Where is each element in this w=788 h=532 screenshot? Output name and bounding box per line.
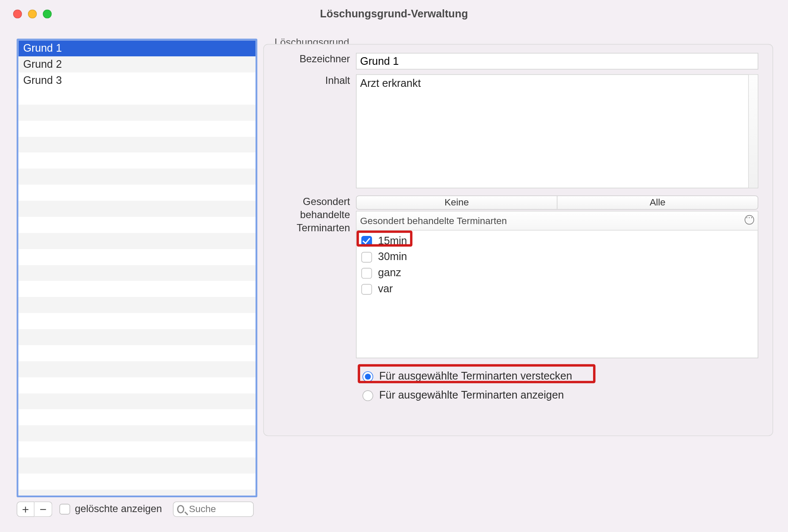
radio-hide-label: Für ausgewählte Terminarten verstecken bbox=[379, 370, 572, 382]
radio-show[interactable] bbox=[363, 390, 373, 401]
terminarten-label: Gesondert behandelte Terminarten bbox=[264, 195, 356, 358]
reasons-list[interactable]: Grund 1Grund 2Grund 3 bbox=[17, 39, 257, 497]
remove-button[interactable]: − bbox=[34, 502, 52, 517]
inhalt-value: Arzt erkrankt bbox=[360, 77, 421, 89]
terminart-row[interactable]: ganz bbox=[357, 265, 758, 281]
terminarten-header: Gesondert behandelte Terminarten bbox=[357, 211, 758, 230]
terminart-label: 15min bbox=[378, 235, 407, 247]
radio-show-row[interactable]: Für ausgewählte Terminarten anzeigen bbox=[363, 389, 564, 402]
list-item[interactable]: Grund 3 bbox=[18, 72, 255, 89]
terminart-label: ganz bbox=[378, 267, 401, 279]
terminart-row[interactable]: 15min bbox=[357, 233, 758, 249]
inhalt-textarea[interactable]: Arzt erkrankt bbox=[356, 74, 758, 188]
radio-show-label: Für ausgewählte Terminarten anzeigen bbox=[379, 389, 564, 402]
terminart-checkbox[interactable] bbox=[361, 268, 372, 278]
more-icon[interactable] bbox=[745, 215, 754, 224]
list-toolbar: + − gelöschte anzeigen bbox=[17, 501, 257, 517]
show-deleted-checkbox[interactable] bbox=[59, 504, 70, 515]
detail-group: Bezeichner Inhalt Arzt erkrankt Gesonder… bbox=[263, 44, 773, 436]
scrollbar[interactable] bbox=[748, 75, 757, 188]
segment-all[interactable]: Alle bbox=[557, 196, 757, 209]
segment-none[interactable]: Keine bbox=[357, 196, 557, 209]
search-icon bbox=[177, 505, 184, 513]
list-item[interactable]: Grund 1 bbox=[18, 40, 255, 56]
search-input[interactable] bbox=[188, 503, 249, 515]
search-field[interactable] bbox=[173, 502, 254, 517]
content: Grund 1Grund 2Grund 3 + − gelöschte anze… bbox=[0, 28, 788, 520]
terminart-checkbox[interactable] bbox=[361, 252, 372, 262]
radio-hide[interactable] bbox=[363, 371, 373, 382]
terminart-checkbox[interactable] bbox=[361, 284, 372, 294]
window-title: Löschungsgrund-Verwaltung bbox=[0, 8, 788, 20]
add-button[interactable]: + bbox=[17, 502, 34, 517]
radio-hide-row[interactable]: Für ausgewählte Terminarten verstecken bbox=[363, 370, 572, 382]
terminart-row[interactable]: 30min bbox=[357, 249, 758, 265]
inhalt-label: Inhalt bbox=[264, 74, 356, 188]
window: Löschungsgrund-Verwaltung Grund 1Grund 2… bbox=[0, 0, 788, 520]
bezeichner-input[interactable] bbox=[356, 53, 758, 69]
terminarten-list[interactable]: Gesondert behandelte Terminarten 15min30… bbox=[356, 211, 758, 358]
terminart-label: 30min bbox=[378, 251, 407, 263]
titlebar: Löschungsgrund-Verwaltung bbox=[0, 0, 788, 28]
terminart-label: var bbox=[378, 283, 393, 295]
terminart-row[interactable]: var bbox=[357, 281, 758, 297]
bezeichner-label: Bezeichner bbox=[264, 53, 356, 69]
list-item[interactable]: Grund 2 bbox=[18, 56, 255, 72]
show-deleted-label: gelöschte anzeigen bbox=[75, 503, 162, 515]
select-none-all-segmented[interactable]: Keine Alle bbox=[356, 195, 758, 210]
terminart-checkbox[interactable] bbox=[361, 236, 372, 246]
